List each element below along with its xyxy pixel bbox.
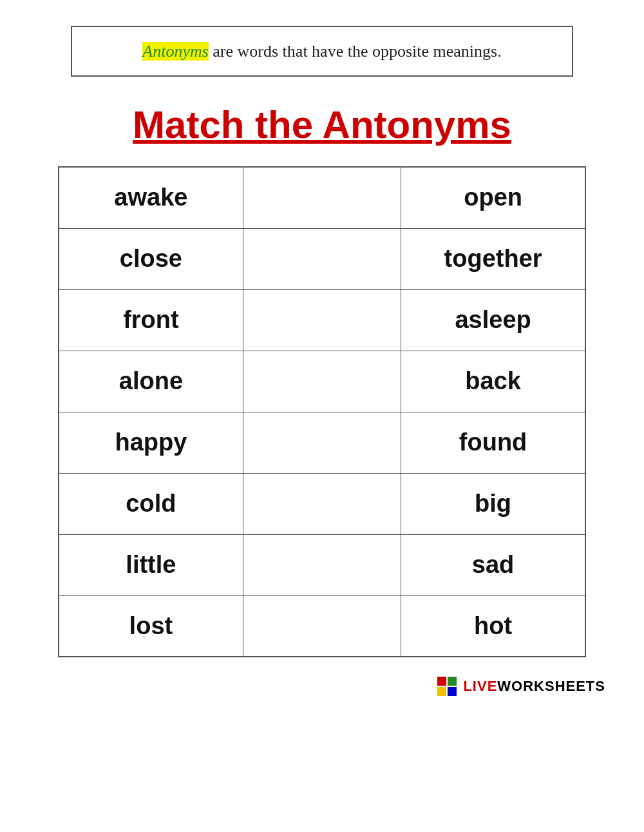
brand-squares <box>437 677 457 696</box>
branding: LIVEWORKSHEETS <box>437 677 605 696</box>
table-row: happyfound <box>59 412 585 473</box>
left-word-cell: cold <box>59 473 243 534</box>
middle-area-cell <box>243 289 401 351</box>
antonyms-table: awakeopenclosetogetherfrontasleepaloneba… <box>58 166 586 657</box>
brand-text: LIVEWORKSHEETS <box>463 678 605 695</box>
middle-area-cell <box>243 167 401 228</box>
brand-worksheets: WORKSHEETS <box>497 678 605 694</box>
table-row: aloneback <box>59 351 585 412</box>
antonyms-highlight: Antonyms <box>142 42 209 61</box>
table-row: frontasleep <box>59 289 585 351</box>
brand-logo: LIVEWORKSHEETS <box>437 677 605 696</box>
right-word-cell: back <box>401 351 585 412</box>
table-row: losthot <box>59 595 585 657</box>
brand-sq-green <box>448 677 457 686</box>
table-row: coldbig <box>59 473 585 534</box>
left-word-cell: lost <box>59 595 243 657</box>
table-row: awakeopen <box>59 167 585 228</box>
left-word-cell: little <box>59 534 243 595</box>
brand-sq-red <box>437 677 446 686</box>
brand-live: LIVE <box>463 678 497 694</box>
left-word-cell: awake <box>59 167 243 228</box>
middle-area-cell <box>243 595 401 657</box>
middle-area-cell <box>243 534 401 595</box>
middle-area-cell <box>243 412 401 473</box>
brand-sq-blue <box>448 687 457 696</box>
right-word-cell: found <box>401 412 585 473</box>
page-title: Match the Antonyms <box>133 102 511 147</box>
table-row: closetogether <box>59 228 585 289</box>
right-word-cell: open <box>401 167 585 228</box>
brand-sq-yellow <box>437 687 446 696</box>
right-word-cell: big <box>401 473 585 534</box>
middle-area-cell <box>243 228 401 289</box>
middle-area-cell <box>243 473 401 534</box>
right-word-cell: together <box>401 228 585 289</box>
left-word-cell: close <box>59 228 243 289</box>
right-word-cell: hot <box>401 595 585 657</box>
right-word-cell: asleep <box>401 289 585 351</box>
table-row: littlesad <box>59 534 585 595</box>
left-word-cell: happy <box>59 412 243 473</box>
middle-area-cell <box>243 351 401 412</box>
left-word-cell: alone <box>59 351 243 412</box>
definition-box: Antonyms are words that have the opposit… <box>71 26 573 77</box>
definition-text: are words that have the opposite meaning… <box>209 42 502 61</box>
left-word-cell: front <box>59 289 243 351</box>
right-word-cell: sad <box>401 534 585 595</box>
